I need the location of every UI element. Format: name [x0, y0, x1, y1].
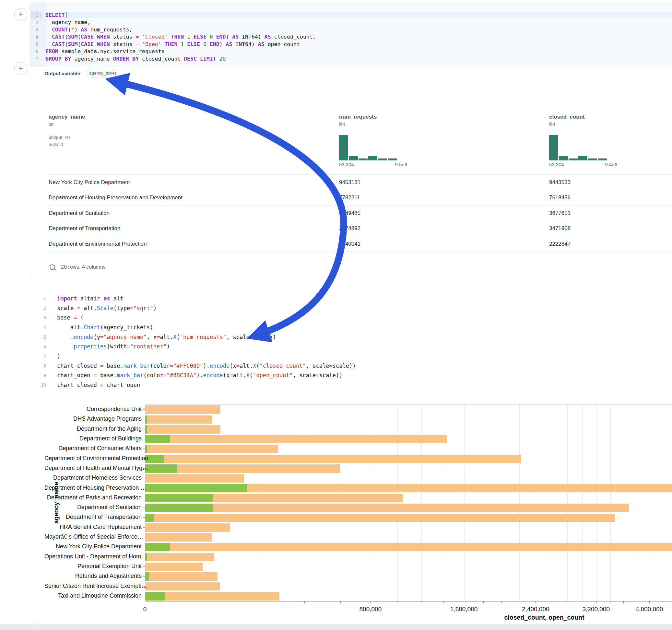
histogram-bar — [559, 156, 568, 161]
histogram-num_requests — [339, 135, 398, 161]
python-code-line-5[interactable]: 5 .encode(y="agency_name", x=alt.X("num_… — [36, 332, 672, 342]
sql-code-line-6[interactable]: 6FROM sample_data.nyc.service_requests — [30, 48, 672, 55]
cell-num_requests: 3749485 — [339, 205, 360, 221]
x-axis-tick — [443, 601, 444, 603]
gridline — [519, 405, 520, 601]
python-code-line-4[interactable]: 4 alt.Chart(agency_tickets) — [36, 322, 672, 332]
column-name: closed_count — [549, 114, 585, 120]
python-code-line-1[interactable]: 1import altair as alt — [36, 294, 672, 303]
bar-open-count — [145, 445, 147, 453]
histogram-range-labels: 53,3049.5e6 — [339, 162, 407, 167]
python-code-text-1: import altair as alt — [53, 294, 672, 303]
table-row[interactable]: Department of Environmental Protection22… — [46, 236, 672, 252]
y-axis-label: Personal Exemption Unit — [44, 563, 142, 570]
histogram-bar — [378, 159, 387, 161]
python-code-text-10: chart_closed + chart_open — [53, 380, 672, 390]
python-code-text-2: scale = alt.Scale(type="sqrt") — [53, 303, 672, 313]
column-name: num_requests — [339, 114, 377, 120]
gridline — [398, 405, 398, 601]
sql-code-line-1[interactable]: 1⌄SELECT — [30, 11, 672, 19]
python-code-line-7[interactable]: 7) — [36, 351, 672, 361]
gridline — [444, 405, 444, 601]
bar-closed-count — [145, 474, 244, 483]
cell-agency_name: Department of Transportation — [49, 221, 120, 237]
python-code-line-2[interactable]: 2scale = alt.Scale(type="sqrt") — [36, 303, 672, 313]
add-cell-button-top[interactable]: + — [14, 8, 27, 21]
search-icon[interactable] — [50, 264, 55, 270]
x-axis-tick-label: 800,000 — [360, 606, 382, 613]
table-row[interactable]: Department of Housing Preservation and D… — [46, 190, 672, 206]
bar-closed-count — [145, 445, 278, 453]
sql-code-line-2[interactable]: 2 agency_name, — [30, 19, 672, 26]
bar-closed-count — [145, 582, 220, 591]
y-axis-label: Department of Consumer Affairs — [44, 445, 142, 452]
histogram-bar — [359, 159, 368, 161]
histogram-closed_count — [549, 135, 607, 161]
bar-open-count — [145, 484, 247, 492]
x-axis-tick — [340, 601, 341, 603]
gridline — [464, 405, 464, 601]
chevron-down-icon[interactable]: ⌄ — [38, 13, 43, 17]
bar-closed-count — [145, 406, 220, 414]
x-axis-tick — [464, 601, 464, 603]
table-row[interactable]: Department of Transportation377489234719… — [46, 221, 672, 237]
y-axis-label: DHS Advantage Programs — [44, 415, 142, 422]
python-code-editor[interactable]: 1import altair as alt2scale = alt.Scale(… — [36, 294, 672, 390]
sql-code-line-7[interactable]: 7GROUP BY agency_name ORDER BY closed_co… — [30, 55, 672, 63]
sql-code-line-5[interactable]: 5 CAST(SUM(CASE WHEN status = 'Open' THE… — [30, 41, 672, 48]
python-code-line-8[interactable]: 8chart_closed = base.mark_bar(color="#FF… — [36, 361, 672, 371]
sql-code-line-4[interactable]: 4 CAST(SUM(CASE WHEN status = 'Closed' T… — [30, 33, 672, 41]
bar-open-count — [145, 494, 213, 502]
x-axis-tick — [397, 601, 398, 603]
result-table: agency_namestrunique: 20nulls: 0num_requ… — [46, 109, 672, 257]
x-axis-tick — [610, 601, 610, 603]
bar-closed-count — [145, 553, 214, 561]
column-header-num_requests[interactable]: num_requestsi64 — [339, 114, 377, 127]
cell-num_requests: 9453131 — [339, 175, 360, 190]
table-row[interactable]: Department of Sanitation37494853677651 — [46, 205, 672, 221]
python-code-text-6: .properties(width="container") — [53, 342, 672, 351]
chevron-down-icon[interactable]: ⌄ — [46, 316, 50, 319]
output-variable-label: Output variable: — [44, 71, 82, 76]
sql-line-number-6: 6 — [30, 48, 43, 55]
gridline — [305, 405, 305, 601]
y-axis-tick — [143, 439, 145, 439]
python-code-line-6[interactable]: 6 .properties(width="container") — [36, 342, 672, 351]
output-variable-pill[interactable]: agency_tickets — [86, 69, 117, 77]
column-header-closed_count[interactable]: closed_counti64 — [549, 114, 585, 127]
column-type: i64 — [549, 122, 585, 127]
sql-code-editor[interactable]: 1⌄SELECT2 agency_name,3 COUNT(*) AS num_… — [30, 3, 672, 67]
x-axis-tick — [637, 601, 637, 603]
cell-agency_name: Department of Environmental Protection — [49, 236, 146, 252]
python-code-line-3[interactable]: 3⌄base = ( — [36, 313, 672, 322]
gridline — [597, 405, 597, 601]
column-header-agency_name[interactable]: agency_namestrunique: 20nulls: 0 — [49, 114, 85, 148]
sql-line-number-1: 1⌄ — [30, 11, 43, 19]
y-axis-label: Correspondence Unit — [44, 406, 142, 413]
x-axis-tick — [145, 601, 145, 603]
python-code-line-10[interactable]: 10chart_closed + chart_open — [36, 380, 672, 390]
bar-open-count — [145, 543, 170, 551]
column-name: agency_name — [49, 114, 85, 120]
y-axis-tick — [143, 527, 145, 528]
x-axis-tick — [370, 601, 371, 603]
column-type: str — [49, 122, 85, 127]
y-axis-label: Department for the Aging — [44, 426, 142, 432]
sql-code-line-3[interactable]: 3 COUNT(*) AS num_requests, — [30, 26, 672, 33]
add-cell-button-middle[interactable]: + — [14, 62, 27, 75]
histogram-bar — [598, 159, 607, 161]
sql-code-text-4: CAST(SUM(CASE WHEN status = 'Closed' THE… — [43, 34, 672, 40]
cell-closed_count: 2222847 — [549, 236, 571, 252]
y-axis-label: Operations Unit - Department of Hom… — [44, 553, 142, 560]
python-code-text-8: chart_closed = base.mark_bar(color="#FFC… — [53, 361, 672, 371]
python-code-line-9[interactable]: 9chart_open = base.mark_bar(color="#8BC3… — [36, 371, 672, 381]
row-count-label: 20 rows, 4 columns — [61, 264, 106, 270]
x-axis-tick — [519, 601, 519, 603]
sql-code-text-2: agency_name, — [43, 19, 672, 25]
y-axis-tick — [143, 596, 145, 596]
y-axis-tick — [143, 576, 145, 577]
bar-open-count — [145, 504, 213, 512]
table-row[interactable]: New York City Police Department945313194… — [46, 174, 672, 190]
cell-agency_name: Department of Housing Preservation and D… — [49, 190, 183, 206]
bar-closed-count — [145, 524, 230, 532]
